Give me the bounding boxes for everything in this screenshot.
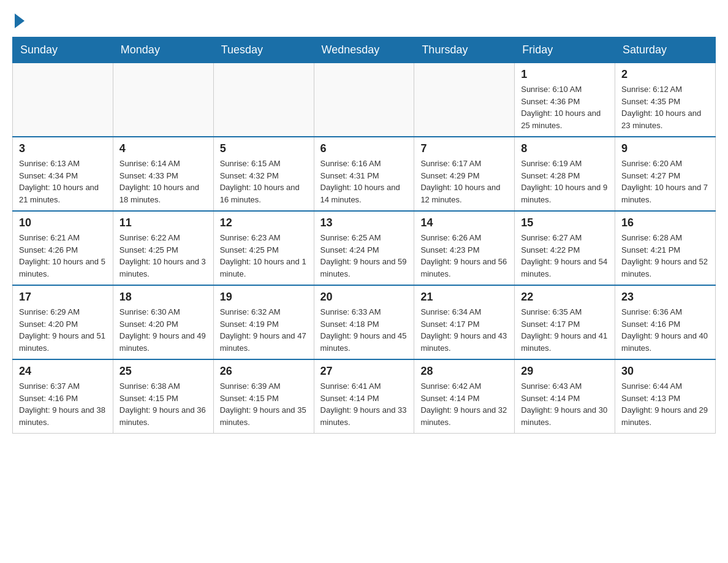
day-number: 1	[521, 68, 609, 81]
calendar-cell: 13Sunrise: 6:25 AMSunset: 4:24 PMDayligh…	[314, 211, 414, 285]
day-info: Sunrise: 6:44 AMSunset: 4:13 PMDaylight:…	[621, 380, 709, 428]
day-info: Sunrise: 6:15 AMSunset: 4:32 PMDaylight:…	[220, 158, 308, 205]
day-number: 3	[19, 142, 107, 155]
day-number: 12	[220, 216, 308, 229]
day-number: 29	[521, 365, 609, 378]
week-row-5: 24Sunrise: 6:37 AMSunset: 4:16 PMDayligh…	[13, 359, 716, 434]
calendar-cell: 20Sunrise: 6:33 AMSunset: 4:18 PMDayligh…	[314, 285, 414, 359]
weekday-header-friday: Friday	[515, 37, 615, 63]
day-number: 8	[521, 142, 609, 155]
calendar-cell: 15Sunrise: 6:27 AMSunset: 4:22 PMDayligh…	[515, 211, 615, 285]
weekday-header-wednesday: Wednesday	[314, 37, 414, 63]
day-number: 10	[19, 216, 107, 229]
day-info: Sunrise: 6:25 AMSunset: 4:24 PMDaylight:…	[320, 232, 408, 280]
day-number: 30	[621, 365, 709, 378]
week-row-1: 1Sunrise: 6:10 AMSunset: 4:36 PMDaylight…	[13, 63, 716, 137]
calendar-cell: 3Sunrise: 6:13 AMSunset: 4:34 PMDaylight…	[13, 137, 113, 211]
calendar-cell: 9Sunrise: 6:20 AMSunset: 4:27 PMDaylight…	[615, 137, 716, 211]
calendar-cell	[113, 63, 213, 137]
calendar-cell: 8Sunrise: 6:19 AMSunset: 4:28 PMDaylight…	[515, 137, 615, 211]
day-number: 18	[119, 291, 207, 304]
day-info: Sunrise: 6:32 AMSunset: 4:19 PMDaylight:…	[220, 306, 308, 354]
day-number: 2	[621, 68, 709, 81]
day-info: Sunrise: 6:38 AMSunset: 4:15 PMDaylight:…	[119, 380, 207, 428]
day-info: Sunrise: 6:27 AMSunset: 4:22 PMDaylight:…	[521, 232, 609, 280]
logo-arrow-icon	[15, 13, 25, 28]
weekday-header-thursday: Thursday	[414, 37, 515, 63]
calendar-cell	[13, 63, 113, 137]
day-info: Sunrise: 6:33 AMSunset: 4:18 PMDaylight:…	[320, 306, 408, 354]
day-info: Sunrise: 6:19 AMSunset: 4:28 PMDaylight:…	[521, 158, 609, 205]
day-number: 25	[119, 365, 207, 378]
day-info: Sunrise: 6:37 AMSunset: 4:16 PMDaylight:…	[19, 380, 107, 428]
day-info: Sunrise: 6:30 AMSunset: 4:20 PMDaylight:…	[119, 306, 207, 354]
day-number: 28	[420, 365, 508, 378]
day-number: 22	[521, 291, 609, 304]
day-number: 7	[420, 142, 508, 155]
calendar-cell: 11Sunrise: 6:22 AMSunset: 4:25 PMDayligh…	[113, 211, 213, 285]
day-number: 17	[19, 291, 107, 304]
day-info: Sunrise: 6:36 AMSunset: 4:16 PMDaylight:…	[621, 306, 709, 354]
calendar-cell: 22Sunrise: 6:35 AMSunset: 4:17 PMDayligh…	[515, 285, 615, 359]
day-number: 20	[320, 291, 408, 304]
week-row-2: 3Sunrise: 6:13 AMSunset: 4:34 PMDaylight…	[13, 137, 716, 211]
day-info: Sunrise: 6:29 AMSunset: 4:20 PMDaylight:…	[19, 306, 107, 354]
logo-top	[12, 12, 25, 28]
day-info: Sunrise: 6:39 AMSunset: 4:15 PMDaylight:…	[220, 380, 308, 428]
week-row-4: 17Sunrise: 6:29 AMSunset: 4:20 PMDayligh…	[13, 285, 716, 359]
day-info: Sunrise: 6:22 AMSunset: 4:25 PMDaylight:…	[119, 232, 207, 280]
day-info: Sunrise: 6:23 AMSunset: 4:25 PMDaylight:…	[220, 232, 308, 280]
calendar-cell: 14Sunrise: 6:26 AMSunset: 4:23 PMDayligh…	[414, 211, 515, 285]
day-number: 6	[320, 142, 408, 155]
calendar-cell	[414, 63, 515, 137]
calendar-cell: 30Sunrise: 6:44 AMSunset: 4:13 PMDayligh…	[615, 359, 716, 434]
calendar-cell: 24Sunrise: 6:37 AMSunset: 4:16 PMDayligh…	[13, 359, 113, 434]
calendar-table: SundayMondayTuesdayWednesdayThursdayFrid…	[12, 37, 716, 434]
calendar-cell: 19Sunrise: 6:32 AMSunset: 4:19 PMDayligh…	[213, 285, 314, 359]
day-number: 13	[320, 216, 408, 229]
calendar-cell: 29Sunrise: 6:43 AMSunset: 4:14 PMDayligh…	[515, 359, 615, 434]
calendar-cell: 4Sunrise: 6:14 AMSunset: 4:33 PMDaylight…	[113, 137, 213, 211]
day-info: Sunrise: 6:34 AMSunset: 4:17 PMDaylight:…	[420, 306, 508, 354]
calendar-cell	[213, 63, 314, 137]
day-number: 23	[621, 291, 709, 304]
day-info: Sunrise: 6:35 AMSunset: 4:17 PMDaylight:…	[521, 306, 609, 354]
day-number: 9	[621, 142, 709, 155]
weekday-header-row: SundayMondayTuesdayWednesdayThursdayFrid…	[13, 37, 716, 63]
day-info: Sunrise: 6:42 AMSunset: 4:14 PMDaylight:…	[420, 380, 508, 428]
calendar-cell: 2Sunrise: 6:12 AMSunset: 4:35 PMDaylight…	[615, 63, 716, 137]
calendar-cell: 12Sunrise: 6:23 AMSunset: 4:25 PMDayligh…	[213, 211, 314, 285]
day-info: Sunrise: 6:10 AMSunset: 4:36 PMDaylight:…	[521, 83, 609, 131]
day-info: Sunrise: 6:28 AMSunset: 4:21 PMDaylight:…	[621, 232, 709, 280]
day-number: 4	[119, 142, 207, 155]
day-number: 16	[621, 216, 709, 229]
day-number: 5	[220, 142, 308, 155]
calendar-cell: 26Sunrise: 6:39 AMSunset: 4:15 PMDayligh…	[213, 359, 314, 434]
day-number: 14	[420, 216, 508, 229]
calendar-cell: 21Sunrise: 6:34 AMSunset: 4:17 PMDayligh…	[414, 285, 515, 359]
day-info: Sunrise: 6:13 AMSunset: 4:34 PMDaylight:…	[19, 158, 107, 205]
weekday-header-sunday: Sunday	[13, 37, 113, 63]
weekday-header-saturday: Saturday	[615, 37, 716, 63]
day-number: 27	[320, 365, 408, 378]
weekday-header-monday: Monday	[113, 37, 213, 63]
calendar-cell: 1Sunrise: 6:10 AMSunset: 4:36 PMDaylight…	[515, 63, 615, 137]
day-info: Sunrise: 6:21 AMSunset: 4:26 PMDaylight:…	[19, 232, 107, 280]
calendar-cell: 27Sunrise: 6:41 AMSunset: 4:14 PMDayligh…	[314, 359, 414, 434]
week-row-3: 10Sunrise: 6:21 AMSunset: 4:26 PMDayligh…	[13, 211, 716, 285]
day-number: 26	[220, 365, 308, 378]
day-info: Sunrise: 6:26 AMSunset: 4:23 PMDaylight:…	[420, 232, 508, 280]
calendar-cell: 18Sunrise: 6:30 AMSunset: 4:20 PMDayligh…	[113, 285, 213, 359]
calendar-cell: 23Sunrise: 6:36 AMSunset: 4:16 PMDayligh…	[615, 285, 716, 359]
day-info: Sunrise: 6:16 AMSunset: 4:31 PMDaylight:…	[320, 158, 408, 205]
calendar-cell: 25Sunrise: 6:38 AMSunset: 4:15 PMDayligh…	[113, 359, 213, 434]
header-area	[12, 12, 716, 25]
day-info: Sunrise: 6:14 AMSunset: 4:33 PMDaylight:…	[119, 158, 207, 205]
calendar-cell: 17Sunrise: 6:29 AMSunset: 4:20 PMDayligh…	[13, 285, 113, 359]
day-number: 24	[19, 365, 107, 378]
day-number: 11	[119, 216, 207, 229]
calendar-cell: 10Sunrise: 6:21 AMSunset: 4:26 PMDayligh…	[13, 211, 113, 285]
day-info: Sunrise: 6:20 AMSunset: 4:27 PMDaylight:…	[621, 158, 709, 205]
calendar-cell: 16Sunrise: 6:28 AMSunset: 4:21 PMDayligh…	[615, 211, 716, 285]
day-info: Sunrise: 6:43 AMSunset: 4:14 PMDaylight:…	[521, 380, 609, 428]
